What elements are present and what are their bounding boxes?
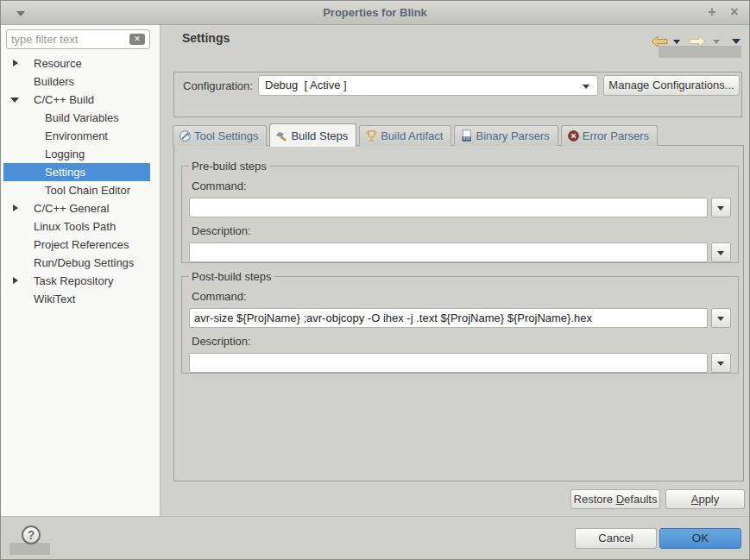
post-build-description-input[interactable] — [189, 353, 708, 373]
tab-build-artifact[interactable]: Build Artifact — [359, 125, 451, 146]
chevron-down-icon — [583, 85, 589, 89]
tab-error-parsers[interactable]: Error Parsers — [561, 125, 658, 146]
tab-tool-settings[interactable]: Tool Settings — [173, 125, 267, 146]
toolbar-background — [659, 46, 741, 58]
forward-icon[interactable] — [689, 35, 706, 47]
maximize-button[interactable]: + — [704, 4, 720, 20]
tab-binary-parsers[interactable]: 010 Binary Parsers — [454, 125, 558, 146]
pre-build-steps-group: Pre-build steps Command: Description: — [181, 160, 739, 263]
sidebar-item-logging[interactable]: Logging — [3, 145, 150, 163]
back-icon[interactable] — [651, 35, 668, 47]
page-title: Settings — [182, 31, 230, 45]
svg-text:010: 010 — [463, 136, 470, 141]
sidebar-item-settings[interactable]: Settings — [3, 163, 150, 181]
sidebar-item-resource[interactable]: Resource — [3, 54, 150, 72]
pre-build-command-input[interactable] — [189, 198, 708, 217]
view-menu-icon[interactable] — [732, 39, 741, 44]
pre-build-command-label: Command: — [192, 179, 732, 192]
ok-button[interactable]: OK — [659, 528, 741, 549]
pre-build-description-label: Description: — [192, 224, 732, 237]
forward-history-dropdown-icon[interactable] — [713, 40, 720, 44]
help-button[interactable]: ? — [22, 525, 41, 544]
post-build-steps-title: Post-build steps — [189, 270, 274, 283]
sidebar-item-run-debug-settings[interactable]: Run/Debug Settings — [3, 254, 150, 272]
clear-filter-icon[interactable]: ✕ — [129, 34, 145, 45]
post-build-steps-group: Post-build steps Command: Description: — [181, 270, 739, 374]
question-mark-icon: ? — [28, 528, 35, 542]
restore-defaults-button[interactable]: Restore Defaults — [570, 489, 660, 509]
post-build-description-label: Description: — [192, 335, 732, 348]
back-history-dropdown-icon[interactable] — [673, 40, 680, 44]
configuration-group: Configuration: Debug [ Active ] Manage C… — [173, 72, 742, 117]
sidebar-item-tool-chain-editor[interactable]: Tool Chain Editor — [3, 181, 150, 199]
pre-build-steps-title: Pre-build steps — [189, 160, 269, 173]
pre-build-description-dropdown-button[interactable] — [711, 242, 731, 262]
binary-file-icon: 010 — [460, 129, 473, 142]
hammer-icon — [275, 129, 288, 142]
sidebar-item-task-repository[interactable]: Task Repository — [3, 272, 150, 290]
expand-arrow-icon[interactable] — [13, 204, 18, 211]
history-toolbar — [651, 35, 741, 47]
filter-box: ✕ — [6, 29, 150, 49]
error-icon — [567, 129, 580, 142]
filter-input[interactable] — [11, 31, 123, 47]
close-button[interactable]: × — [727, 4, 742, 20]
cancel-button[interactable]: Cancel — [575, 528, 657, 549]
configuration-label: Configuration: — [183, 79, 258, 92]
properties-dialog: Properties for Blink + × ✕ Resource Buil… — [0, 0, 750, 560]
sidebar-item-cpp-general[interactable]: C/C++ General — [3, 199, 150, 217]
configuration-value: Debug [ Active ] — [265, 79, 347, 91]
configuration-combo[interactable]: Debug [ Active ] — [258, 75, 598, 96]
trophy-icon — [365, 129, 378, 142]
collapse-arrow-icon[interactable] — [10, 98, 19, 103]
properties-tree-sidebar: ✕ Resource Builders C/C++ Build Build Va… — [1, 25, 161, 516]
wrench-icon — [179, 129, 192, 142]
sidebar-item-project-references[interactable]: Project References — [3, 236, 150, 254]
expand-arrow-icon[interactable] — [13, 277, 18, 284]
post-build-command-input[interactable] — [189, 308, 708, 328]
settings-page: Settings Configuration: Debug [ Active ]… — [161, 25, 750, 516]
sidebar-item-environment[interactable]: Environment — [3, 127, 150, 145]
title-bar: Properties for Blink + × — [1, 1, 749, 25]
sidebar-item-cpp-build[interactable]: C/C++ Build — [3, 91, 150, 109]
sidebar-item-linux-tools-path[interactable]: Linux Tools Path — [3, 217, 150, 236]
post-build-description-dropdown-button[interactable] — [711, 353, 731, 373]
pre-build-command-dropdown-button[interactable] — [711, 198, 731, 217]
post-build-command-label: Command: — [192, 290, 732, 303]
manage-configurations-button[interactable]: Manage Configurations... — [603, 75, 740, 96]
apply-button[interactable]: Apply — [665, 489, 745, 509]
sidebar-item-builders[interactable]: Builders — [3, 72, 150, 91]
sidebar-item-wikitext[interactable]: WikiText — [3, 290, 150, 308]
expand-arrow-icon[interactable] — [13, 60, 18, 66]
help-toolbar-background — [9, 543, 50, 555]
tab-build-steps[interactable]: Build Steps — [269, 123, 356, 147]
dialog-button-bar: ? Cancel OK — [1, 516, 750, 560]
post-build-command-dropdown-button[interactable] — [711, 308, 731, 328]
sidebar-item-build-variables[interactable]: Build Variables — [3, 109, 150, 127]
build-steps-panel: Pre-build steps Command: Description: Po… — [173, 145, 744, 481]
settings-tab-bar: Tool Settings Build Steps Build Artifact — [173, 123, 658, 146]
pre-build-description-input[interactable] — [189, 242, 708, 262]
window-title: Properties for Blink — [1, 6, 749, 19]
